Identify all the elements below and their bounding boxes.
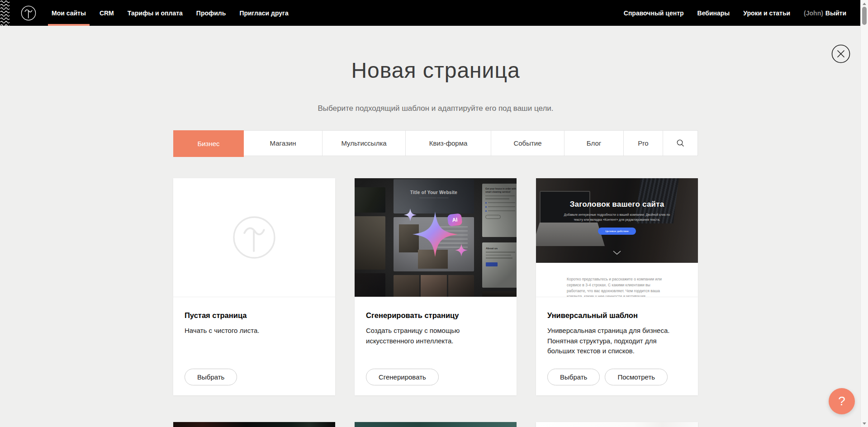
collage-photo-tile <box>355 273 385 297</box>
nav-item-invite-friend[interactable]: Пригласи друга <box>232 0 295 26</box>
tab-pro[interactable]: Pro <box>624 131 663 156</box>
card-universal-template[interactable]: Заголовок вашего сайта Добавьте интересн… <box>536 178 698 395</box>
nav-item-help-center[interactable]: Справочный центр <box>617 0 691 26</box>
scroll-down-icon[interactable] <box>861 421 868 426</box>
template-cards-row: Пустая страница Начать с чистого листа. … <box>173 178 698 395</box>
logout-label: Выйти <box>825 9 846 17</box>
app-window: Мои сайты CRM Тарифы и оплата Профиль Пр… <box>0 0 868 427</box>
tab-search[interactable] <box>663 131 697 156</box>
mock-heading: Get your house in order with a smart cle… <box>485 187 517 194</box>
choose-button[interactable]: Выбрать <box>185 369 237 385</box>
collage-text-tile: Get your house in order with a smart cle… <box>482 184 517 237</box>
universal-template-preview: Заголовок вашего сайта Добавьте интересн… <box>536 178 698 297</box>
nav-item-webinars[interactable]: Вебинары <box>691 0 737 26</box>
tab-shop[interactable]: Магазин <box>244 131 323 156</box>
mock-about-heading: About us <box>486 247 517 250</box>
scrollbar-thumb[interactable] <box>862 7 867 25</box>
top-navbar: Мои сайты CRM Тарифы и оплата Профиль Пр… <box>0 0 868 26</box>
ai-preview: Title of Your Website ──────────── ─────… <box>355 178 517 297</box>
nav-item-lessons[interactable]: Уроки и статьи <box>736 0 797 26</box>
card-info: Сгенерировать страницу Создать страницу … <box>355 297 517 395</box>
card-title: Пустая страница <box>185 311 324 320</box>
collage-about-tile: About us <box>482 242 517 288</box>
card-title: Универсальный шаблон <box>547 311 687 320</box>
ai-badge: AI <box>447 213 463 226</box>
tab-quiz-form[interactable]: Квиз-форма <box>406 131 491 156</box>
mock-body-section: Коротко представьтесь и расскажите о ком… <box>536 263 698 297</box>
close-icon <box>831 44 850 63</box>
zigzag-pattern-icon <box>0 0 10 26</box>
collage-photo-tile <box>355 187 385 213</box>
blank-page-preview <box>173 178 335 297</box>
card-info: Универсальный шаблон Универсальная стран… <box>536 297 698 395</box>
search-icon <box>676 139 685 147</box>
tab-multilink[interactable]: Мультиссылка <box>323 131 406 156</box>
close-button[interactable] <box>831 44 850 63</box>
card-info: Пустая страница Начать с чистого листа. … <box>173 297 335 395</box>
card-partial-preview[interactable] <box>355 422 517 427</box>
nav-item-tariffs[interactable]: Тарифы и оплата <box>121 0 190 26</box>
collage-photo-tile <box>355 216 385 270</box>
scrollbar <box>860 0 868 427</box>
card-partial-preview[interactable] <box>173 422 335 427</box>
nav-item-profile[interactable]: Профиль <box>190 0 233 26</box>
mock-body-text: Коротко представьтесь и расскажите о ком… <box>567 276 667 297</box>
page-title: Новая страница <box>173 58 698 83</box>
nav-right-group: Справочный центр Вебинары Уроки и статьи… <box>617 0 853 26</box>
card-blank-page[interactable]: Пустая страница Начать с чистого листа. … <box>173 178 335 395</box>
generate-button[interactable]: Сгенерировать <box>366 369 439 385</box>
choose-button[interactable]: Выбрать <box>547 369 600 385</box>
help-button[interactable]: ? <box>829 388 855 414</box>
card-description: Начать с чистого листа. <box>185 326 320 336</box>
chevron-down-icon <box>613 251 621 255</box>
mock-site-title: Title of Your Website <box>394 190 474 195</box>
card-partial-preview[interactable] <box>536 422 698 427</box>
nav-item-crm[interactable]: CRM <box>93 0 121 26</box>
page-subtitle: Выберите подходящий шаблон и адаптируйте… <box>173 104 698 113</box>
nav-item-my-sites[interactable]: Мои сайты <box>45 0 93 26</box>
mock-hero-title: Заголовок вашего сайта <box>536 200 698 209</box>
nav-left-group: Мои сайты CRM Тарифы и оплата Профиль Пр… <box>45 0 295 26</box>
preview-button[interactable]: Посмотреть <box>605 369 668 385</box>
mock-cta-button: Целевое действие <box>598 228 636 235</box>
collage-photo-tile <box>482 291 517 297</box>
card-description: Создать страницу с помощью искусственног… <box>366 326 479 346</box>
tab-business[interactable]: Бизнес <box>173 130 244 157</box>
collage-photo-strip <box>394 275 474 297</box>
tilda-logo-icon[interactable] <box>20 5 37 21</box>
template-category-tabs: Бизнес Магазин Мультиссылка Квиз-форма С… <box>173 130 698 156</box>
ai-sparkle-icon <box>403 208 476 267</box>
user-name: (John) <box>804 9 823 17</box>
tab-event[interactable]: Событие <box>491 131 564 156</box>
mock-site-subtitle: ──────────── ──────── <box>404 197 463 200</box>
nav-item-logout[interactable]: (John) Выйти <box>797 0 853 26</box>
card-title: Сгенерировать страницу <box>366 311 505 320</box>
scroll-up-icon[interactable] <box>861 1 868 6</box>
template-cards-row-2 <box>173 422 698 427</box>
card-ai-generate[interactable]: Title of Your Website ──────────── ─────… <box>355 178 517 395</box>
tab-blog[interactable]: Блог <box>564 131 624 156</box>
card-description: Универсальная страница для бизнеса. Поня… <box>547 326 683 356</box>
mock-hero-subtitle: Добавьте интересные подробности о вашей … <box>563 212 671 222</box>
tilda-watermark-icon <box>232 215 277 260</box>
